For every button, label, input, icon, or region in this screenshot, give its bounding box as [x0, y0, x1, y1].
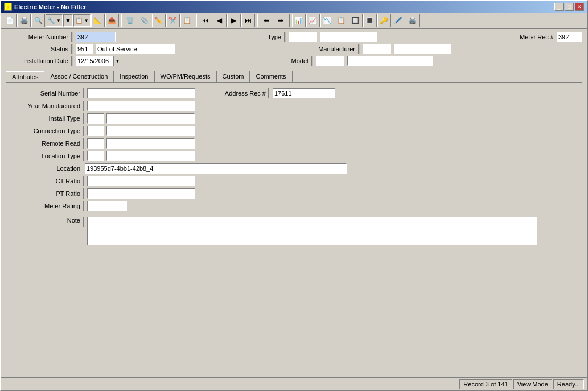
meter-number-sep	[71, 32, 73, 42]
install-type-row: Install Type	[12, 113, 576, 124]
new-button[interactable]: 📄	[3, 14, 17, 27]
cut-button[interactable]: ✂️	[166, 14, 180, 27]
title-bar: ⚡ Electric Meter - No Filter _ □ ✕	[1, 1, 587, 13]
remote-read-text-input[interactable]	[106, 138, 195, 149]
view-dropdown[interactable]: 📋 ▼	[73, 14, 91, 27]
connection-type-code-input[interactable]	[87, 126, 104, 136]
export-button[interactable]: 📤	[105, 14, 119, 27]
action-dropdown[interactable]: 🔧 ▼	[46, 14, 63, 27]
remote-read-code-input[interactable]	[87, 138, 104, 149]
type-sep	[284, 32, 286, 42]
chart1-button[interactable]: 📊	[292, 14, 306, 27]
location-type-code-input[interactable]	[87, 151, 104, 161]
title-bar-left: ⚡ Electric Meter - No Filter	[4, 3, 87, 11]
meter-rec-input[interactable]	[557, 32, 582, 42]
chart8-button[interactable]: 🖊️	[392, 14, 405, 27]
ct-ratio-sep	[83, 176, 85, 186]
window-title: Electric Meter - No Filter	[14, 3, 87, 10]
chart2-button[interactable]: 📈	[306, 14, 320, 27]
type-code-input[interactable]	[289, 32, 317, 42]
year-manufactured-row: Year Manufactured	[12, 101, 576, 111]
tab-comments[interactable]: Comments	[249, 71, 292, 82]
location-type-row: Location Type	[12, 151, 576, 161]
pt-ratio-row: PT Ratio	[12, 188, 576, 199]
location-type-text-input[interactable]	[106, 151, 195, 161]
tabs: Attributes Assoc / Construction Inspecti…	[6, 71, 582, 82]
delete-button[interactable]: 🗑️	[124, 14, 137, 27]
search-button[interactable]: 🔍	[31, 14, 45, 27]
meter-rating-row: Meter Rating	[12, 201, 576, 211]
pt-ratio-input[interactable]	[87, 188, 195, 199]
chart6-button[interactable]: 🔳	[363, 14, 377, 27]
toolbar: 📄 🖨️ 🔍 🔧 ▼ ▼ 📋 ▼ 📐 📤 🗑️ 📎 ✏️ ✂️ 📋 ⏮ ◀ ▶ …	[1, 13, 587, 29]
attach-button[interactable]: 📎	[138, 14, 151, 27]
prev-button[interactable]: ◀	[213, 14, 227, 27]
ct-ratio-input[interactable]	[87, 176, 195, 186]
note-textarea[interactable]	[87, 217, 537, 245]
year-manufactured-input[interactable]	[87, 101, 195, 111]
tab-wo-pm-requests[interactable]: WO/PM/Requests	[154, 71, 217, 82]
model-sep	[311, 56, 313, 66]
paste-button[interactable]: 📋	[180, 14, 194, 27]
install-type-text-input[interactable]	[106, 113, 195, 124]
date-wrapper: ▼	[76, 56, 121, 66]
serial-number-label: Serial Number	[12, 90, 80, 97]
record-status-panel: Record 3 of 141	[459, 379, 512, 389]
chart4-button[interactable]: 📋	[335, 14, 348, 27]
first-button[interactable]: ⏮	[199, 14, 212, 27]
manufacturer-text-input[interactable]	[394, 44, 451, 54]
type-text-input[interactable]	[320, 32, 377, 42]
tab-attributes[interactable]: Attributes	[6, 71, 44, 82]
view-icon: 📋	[75, 17, 83, 24]
pt-ratio-sep	[83, 188, 85, 199]
next-button[interactable]: ▶	[227, 14, 241, 27]
edit-button[interactable]: ✏️	[152, 14, 166, 27]
forward-button[interactable]: ➡	[274, 14, 287, 27]
print-button[interactable]: 🖨️	[17, 14, 31, 27]
last-button[interactable]: ⏭	[241, 14, 255, 27]
tabs-area: Attributes Assoc / Construction Inspecti…	[1, 71, 587, 82]
install-type-code-input[interactable]	[87, 113, 104, 124]
date-dropdown-button[interactable]: ▼	[113, 56, 121, 66]
serial-number-input[interactable]	[87, 88, 195, 98]
connection-type-text-input[interactable]	[106, 126, 195, 136]
status-code-input[interactable]	[76, 44, 93, 54]
separator-1	[121, 14, 122, 27]
app-icon: ⚡	[4, 3, 12, 11]
manufacturer-code-input[interactable]	[363, 44, 391, 54]
status-sep	[71, 44, 73, 54]
remote-read-row: Remote Read	[12, 138, 576, 149]
chart5-button[interactable]: 🔲	[349, 14, 363, 27]
header-row-3: Installation Date ▼ Model	[6, 56, 582, 66]
address-rec-input[interactable]	[273, 88, 335, 98]
remote-read-label: Remote Read	[12, 140, 80, 147]
install-type-sep	[83, 113, 85, 124]
meter-rating-input[interactable]	[87, 201, 127, 211]
meter-rec-label: Meter Rec #	[508, 34, 554, 40]
header-row-2: Status Manufacturer	[6, 44, 582, 54]
back-button[interactable]: ⬅	[260, 14, 273, 27]
close-button[interactable]: ✕	[575, 3, 584, 11]
separator-2	[196, 14, 197, 27]
type-label: Type	[247, 34, 281, 40]
print2-button[interactable]: 🖨️	[406, 14, 420, 27]
tab-inspection[interactable]: Inspection	[113, 71, 154, 82]
meter-number-input[interactable]	[76, 32, 116, 42]
model-text-input[interactable]	[347, 56, 433, 66]
model-code-input[interactable]	[316, 56, 344, 66]
status-text-input[interactable]	[96, 44, 175, 54]
installation-date-sep	[71, 56, 73, 66]
remote-read-sep	[83, 138, 85, 149]
title-buttons: _ □ ✕	[554, 3, 584, 11]
tab-custom[interactable]: Custom	[216, 71, 250, 82]
location-input[interactable]	[85, 163, 347, 174]
ready-panel: Ready...	[553, 379, 584, 389]
chart7-button[interactable]: 🔑	[377, 14, 391, 27]
chart3-button[interactable]: 📉	[320, 14, 334, 27]
maximize-button[interactable]: □	[565, 3, 574, 11]
minimize-button[interactable]: _	[554, 3, 564, 11]
layout-button[interactable]: 📐	[91, 14, 105, 27]
tab-assoc-construction[interactable]: Assoc / Construction	[44, 71, 114, 82]
location-type-label: Location Type	[12, 153, 80, 159]
filter-dropdown[interactable]: ▼	[63, 14, 73, 27]
